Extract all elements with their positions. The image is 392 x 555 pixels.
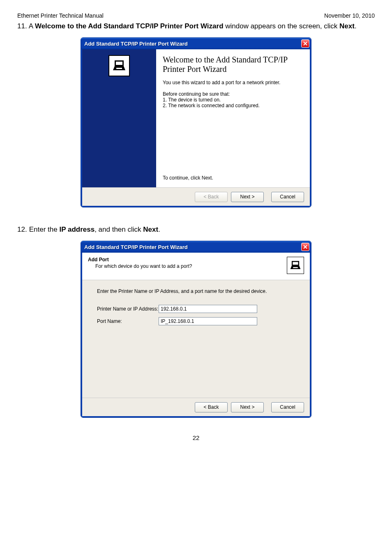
dialog-title: Add Standard TCP/IP Printer Port Wizard bbox=[84, 244, 188, 250]
wizard-para2: Before continuing be sure that: 1. The d… bbox=[163, 91, 303, 108]
svg-rect-5 bbox=[293, 262, 298, 265]
titlebar: Add Standard TCP/IP Printer Port Wizard bbox=[81, 38, 311, 49]
svg-rect-7 bbox=[293, 267, 298, 268]
addport-subtitle: For which device do you want to add a po… bbox=[95, 263, 192, 269]
header-right: November 10, 2010 bbox=[324, 12, 375, 19]
wizard-sidebar bbox=[82, 49, 156, 187]
printer-icon bbox=[287, 257, 304, 274]
wizard-addport-dialog: Add Standard TCP/IP Printer Port Wizard … bbox=[81, 241, 311, 418]
back-button[interactable]: < Back bbox=[195, 402, 228, 412]
close-icon bbox=[303, 41, 307, 46]
close-icon bbox=[303, 245, 307, 249]
titlebar: Add Standard TCP/IP Printer Port Wizard bbox=[81, 241, 311, 253]
port-input[interactable] bbox=[159, 317, 257, 325]
next-button[interactable]: Next > bbox=[231, 192, 264, 202]
back-button: < Back bbox=[195, 192, 228, 202]
printer-icon bbox=[108, 55, 130, 76]
page-number: 22 bbox=[17, 434, 375, 441]
step-12: 12. Enter the IP address, and then click… bbox=[17, 224, 375, 235]
page-header: Ethernet Printer Technical Manual Novemb… bbox=[17, 12, 375, 19]
cancel-button[interactable]: Cancel bbox=[271, 402, 304, 412]
button-row: < Back Next > Cancel bbox=[82, 187, 310, 206]
close-button[interactable] bbox=[301, 39, 309, 48]
cancel-button[interactable]: Cancel bbox=[271, 192, 304, 202]
button-row: < Back Next > Cancel bbox=[82, 398, 310, 416]
header-left: Ethernet Printer Technical Manual bbox=[17, 12, 104, 19]
dialog-title: Add Standard TCP/IP Printer Port Wizard bbox=[84, 41, 188, 47]
wizard-para1: You use this wizard to add a port for a … bbox=[163, 80, 303, 85]
wizard-welcome-dialog: Add Standard TCP/IP Printer Port Wizard … bbox=[81, 37, 311, 207]
next-button[interactable]: Next > bbox=[231, 402, 264, 412]
step-11-number: 11. bbox=[17, 21, 27, 32]
ip-input[interactable] bbox=[159, 305, 257, 313]
wizard-continue: To continue, click Next. bbox=[163, 175, 303, 181]
addport-header: Add Port For which device do you want to… bbox=[82, 253, 310, 280]
addport-title: Add Port bbox=[88, 257, 192, 263]
svg-rect-3 bbox=[116, 68, 122, 69]
addport-intro: Enter the Printer Name or IP Address, an… bbox=[97, 288, 297, 294]
ip-label: Printer Name or IP Address: bbox=[97, 306, 159, 312]
step-11: 11. A Welcome to the Add Standard TCP/IP… bbox=[17, 21, 375, 32]
step-12-number: 12. bbox=[17, 224, 27, 235]
svg-rect-1 bbox=[116, 62, 122, 65]
wizard-heading: Welcome to the Add Standard TCP/IP Print… bbox=[163, 55, 303, 74]
port-label: Port Name: bbox=[97, 318, 159, 324]
close-button[interactable] bbox=[301, 243, 309, 251]
